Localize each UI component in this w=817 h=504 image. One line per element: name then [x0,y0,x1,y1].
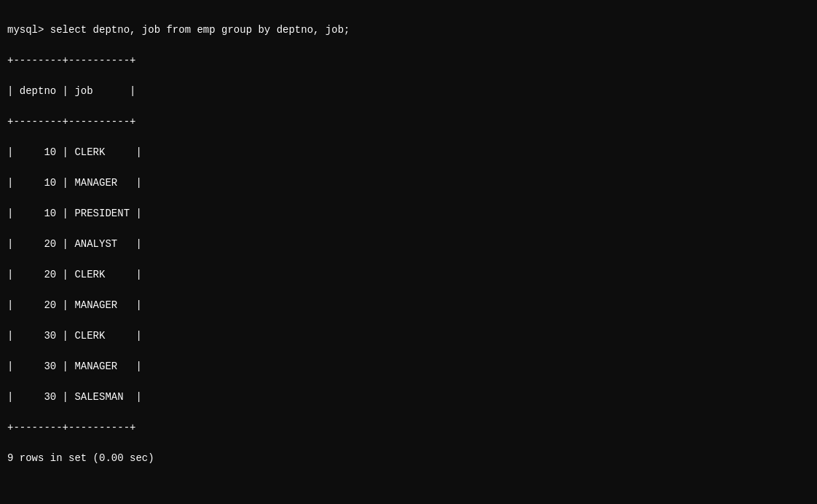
query1-prompt: mysql> select deptno, job from emp group… [7,23,805,38]
query1-row-1: | 10 | MANAGER | [7,176,805,191]
query1-header: | deptno | job | [7,84,805,99]
query1-row-2: | 10 | PRESIDENT | [7,206,805,221]
blank-line [7,481,805,497]
query1-sep-mid: +--------+----------+ [7,114,805,130]
query1-row-0: | 10 | CLERK | [7,145,805,160]
query1-row-4: | 20 | CLERK | [7,267,805,283]
query1-row-7: | 30 | MANAGER | [7,359,805,374]
query1-row-5: | 20 | MANAGER | [7,298,805,313]
query1-rowcount: 9 rows in set (0.00 sec) [7,451,805,466]
query1-row-3: | 20 | ANALYST | [7,237,805,252]
terminal-output: mysql> select deptno, job from emp group… [7,7,805,504]
query1-sep-bot: +--------+----------+ [7,420,805,436]
query1-prompt-text: mysql> select deptno, job from emp group… [7,24,350,36]
query1-row-8: | 30 | SALESMAN | [7,390,805,405]
query1-sep-top: +--------+----------+ [7,53,805,68]
query1-row-6: | 30 | CLERK | [7,328,805,344]
